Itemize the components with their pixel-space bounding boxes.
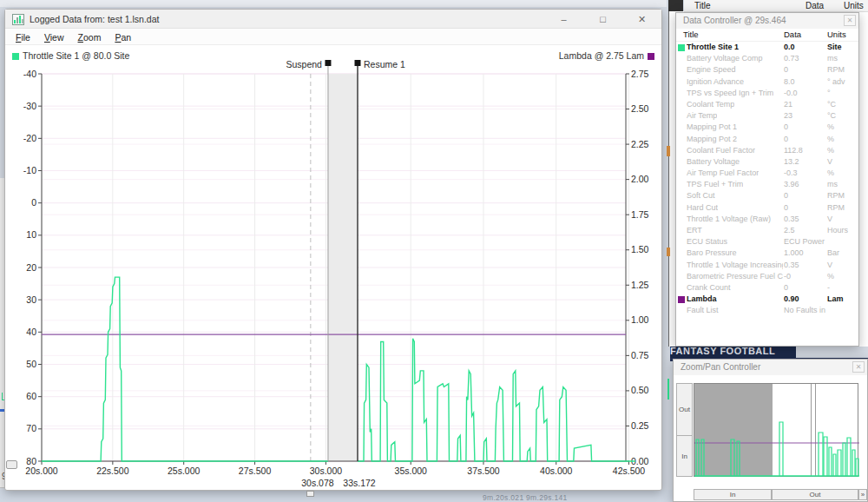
table-row[interactable]: Air Temp23°C bbox=[676, 110, 858, 122]
table-row[interactable]: Throttle Site 10.0Site bbox=[676, 42, 858, 53]
table-row[interactable]: Battery Voltage Comp0.73ms bbox=[676, 53, 858, 64]
minimap-pulse bbox=[779, 422, 783, 476]
row-title: Mapping Pot 1 bbox=[687, 122, 737, 133]
row-units: ° bbox=[827, 88, 831, 99]
row-units: V bbox=[827, 156, 832, 168]
menu-pan[interactable]: Pan bbox=[108, 30, 138, 43]
table-row[interactable]: Fault ListNo Faults in bbox=[676, 305, 858, 316]
zoom-pan-title-bar[interactable]: Zoom/Pan Controller ✕ bbox=[674, 360, 867, 375]
table-row[interactable]: Lambda0.90Lam bbox=[676, 294, 858, 305]
row-title: ECU Status bbox=[687, 236, 727, 248]
menu-file[interactable]: File bbox=[9, 30, 37, 43]
row-units: RPM bbox=[827, 64, 845, 76]
throttle-swatch bbox=[12, 53, 19, 60]
maximize-button[interactable]: □ bbox=[583, 10, 622, 29]
table-row[interactable]: Battery Voltage13.2V bbox=[676, 156, 858, 168]
left-axis-tick-label: -20 bbox=[23, 133, 36, 143]
table-row[interactable]: Crank Count0- bbox=[676, 282, 858, 294]
splitter-grip[interactable] bbox=[6, 460, 17, 469]
left-axis-tick-label: 20 bbox=[26, 262, 36, 273]
table-row[interactable]: Coolant Fuel Factor112.8% bbox=[676, 145, 858, 156]
pan-right-button[interactable]: » bbox=[858, 489, 867, 500]
row-units: % bbox=[827, 168, 834, 179]
row-title: Throttle 1 Voltage Increasing bbox=[687, 260, 783, 271]
menu-view[interactable]: View bbox=[37, 30, 71, 43]
y-zoom-in-button[interactable]: In bbox=[676, 435, 693, 477]
row-title: Coolant Temp bbox=[687, 99, 734, 110]
table-row[interactable]: ECU StatusECU Power bbox=[676, 236, 858, 248]
suspend-marker-icon[interactable] bbox=[325, 60, 331, 66]
table-row[interactable]: Engine Speed0RPM bbox=[676, 64, 858, 76]
table-row[interactable]: Coolant Temp21°C bbox=[676, 99, 858, 110]
background-edge-tick bbox=[667, 146, 670, 156]
close-icon[interactable]: ✕ bbox=[852, 361, 865, 373]
x-axis-tick-label: 25s.000 bbox=[168, 466, 201, 476]
column-header-units: Units bbox=[827, 30, 846, 39]
row-data: 0.35 bbox=[784, 260, 799, 271]
table-row[interactable]: Throttle 1 Voltage Increasing0.35V bbox=[676, 260, 858, 271]
table-row[interactable]: Air Temp Fuel Factor-0.3% bbox=[676, 168, 858, 179]
x-zoom-out-button[interactable]: Out bbox=[772, 489, 858, 500]
title-bar[interactable]: Logged Data from: test 1.lsn.dat –□✕ bbox=[5, 10, 661, 29]
right-axis-tick-label: 1.25 bbox=[631, 280, 649, 290]
data-controller-title-bar[interactable]: Data Controller @ 29s.464 ✕ bbox=[676, 13, 858, 29]
row-title: Fault List bbox=[687, 305, 719, 316]
row-swatch bbox=[678, 296, 685, 303]
minimap-pulse bbox=[696, 439, 699, 476]
row-data: -0.3 bbox=[784, 168, 798, 179]
background-green-sliver bbox=[667, 379, 669, 400]
menu-zoom[interactable]: Zoom bbox=[71, 30, 108, 43]
row-units: % bbox=[827, 271, 834, 282]
table-row[interactable]: TPS Fuel + Trim3.96ms bbox=[676, 179, 858, 190]
resume-time-label: 33s.172 bbox=[343, 478, 376, 488]
row-title: Throttle 1 Voltage (Raw) bbox=[687, 214, 771, 225]
x-axis-tick-label: 30s.000 bbox=[310, 466, 343, 476]
row-units: V bbox=[827, 260, 832, 271]
table-row[interactable]: Barometric Pressure Fuel Comper-0% bbox=[676, 271, 858, 282]
row-units: °C bbox=[827, 99, 836, 110]
table-row[interactable]: Mapping Pot 20% bbox=[676, 134, 858, 145]
minimap-pulse bbox=[856, 459, 858, 476]
row-data: 2.5 bbox=[784, 225, 795, 236]
y-zoom-out-button[interactable]: Out bbox=[676, 383, 693, 436]
minimap-pulse bbox=[819, 433, 823, 476]
table-row[interactable]: Ignition Advance8.0° adv bbox=[676, 76, 858, 88]
data-controller-rows: Throttle Site 10.0SiteBattery Voltage Co… bbox=[676, 42, 858, 317]
close-button[interactable]: ✕ bbox=[622, 10, 661, 29]
pan-scrollbar-thumb[interactable] bbox=[306, 491, 314, 497]
right-axis-tick-label: 0.50 bbox=[631, 385, 649, 395]
minimize-button[interactable]: – bbox=[544, 10, 583, 29]
minimap-pulse bbox=[843, 443, 845, 476]
left-axis-tick-label: 0 bbox=[31, 197, 36, 208]
row-data: 21 bbox=[784, 99, 792, 110]
table-row[interactable]: Soft Cut0RPM bbox=[676, 190, 858, 201]
table-row[interactable]: Hard Cut0RPM bbox=[676, 202, 858, 214]
close-icon[interactable]: ✕ bbox=[844, 15, 856, 26]
row-title: TPS Fuel + Trim bbox=[687, 179, 743, 190]
x-axis-tick-label: 37s.500 bbox=[467, 466, 500, 476]
table-row[interactable]: TPS vs Speed Ign + Trim-0.0° bbox=[676, 88, 858, 99]
table-row[interactable]: Baro Pressure1.000Bar bbox=[676, 248, 858, 259]
left-axis-tick-label: -30 bbox=[23, 101, 36, 111]
x-zoom-in-button[interactable]: In bbox=[694, 489, 772, 500]
row-units: RPM bbox=[827, 190, 845, 201]
row-units: Lam bbox=[827, 294, 844, 305]
desktop: 9 Title Data Units 9m.20s.021 9m.29s.141… bbox=[0, 0, 868, 502]
background-browser-strip: FANTASY FOOTBALL bbox=[670, 347, 796, 358]
row-title: ERT bbox=[687, 225, 702, 236]
background-timestamps: 9m.20s.021 9m.29s.141 bbox=[483, 493, 568, 502]
zoom-pan-minimap[interactable] bbox=[694, 383, 858, 477]
right-axis-tick-label: 0.00 bbox=[631, 456, 649, 466]
row-data: 23 bbox=[784, 110, 792, 122]
table-row[interactable]: Mapping Pot 10% bbox=[676, 122, 858, 133]
x-axis-tick-label: 35s.000 bbox=[395, 466, 428, 476]
background-table-header: Title Data Units bbox=[684, 0, 868, 12]
table-row[interactable]: ERT2.5Hours bbox=[676, 225, 858, 236]
row-units: Bar bbox=[827, 248, 839, 259]
table-row[interactable]: Throttle 1 Voltage (Raw)0.35V bbox=[676, 214, 858, 225]
resume-marker-icon[interactable] bbox=[355, 60, 361, 66]
suspend-label: Suspend bbox=[286, 59, 323, 69]
row-title: TPS vs Speed Ign + Trim bbox=[687, 88, 773, 99]
column-header-data: Data bbox=[784, 30, 801, 39]
row-title: Battery Voltage bbox=[687, 156, 740, 168]
